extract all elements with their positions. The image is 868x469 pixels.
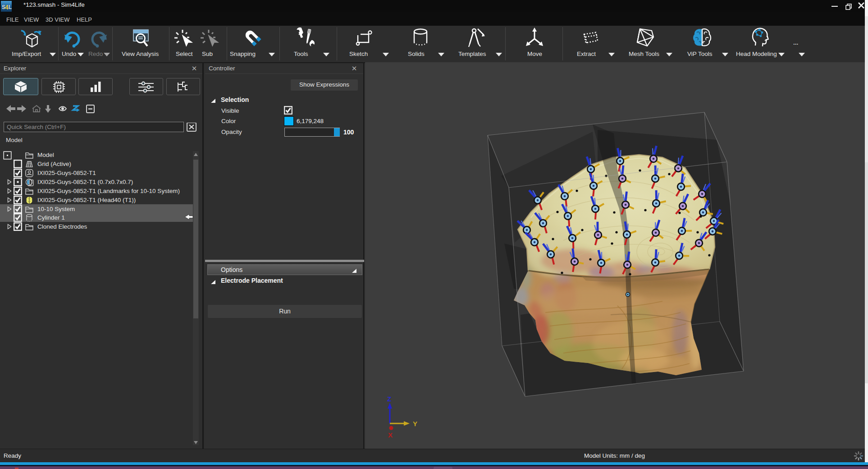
svg-text:L: L bbox=[9, 4, 12, 10]
svg-text:Z: Z bbox=[387, 395, 391, 403]
svg-text:X: X bbox=[388, 431, 393, 439]
svg-text:Y: Y bbox=[413, 420, 417, 428]
svg-text:4: 4 bbox=[5, 4, 9, 11]
